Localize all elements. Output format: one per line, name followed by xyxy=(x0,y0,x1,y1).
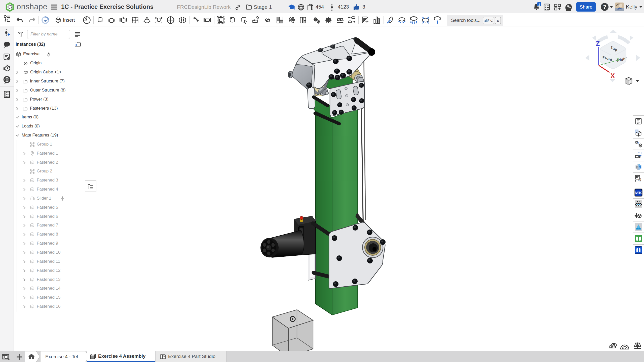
svg-text:MK: MK xyxy=(635,191,642,195)
svg-text:x): x) xyxy=(638,177,641,182)
svg-text:Z: Z xyxy=(596,40,600,47)
svg-text:X: X xyxy=(611,72,615,79)
svg-text:Exercise 4 - Tel: Exercise 4 - Tel xyxy=(45,354,78,359)
